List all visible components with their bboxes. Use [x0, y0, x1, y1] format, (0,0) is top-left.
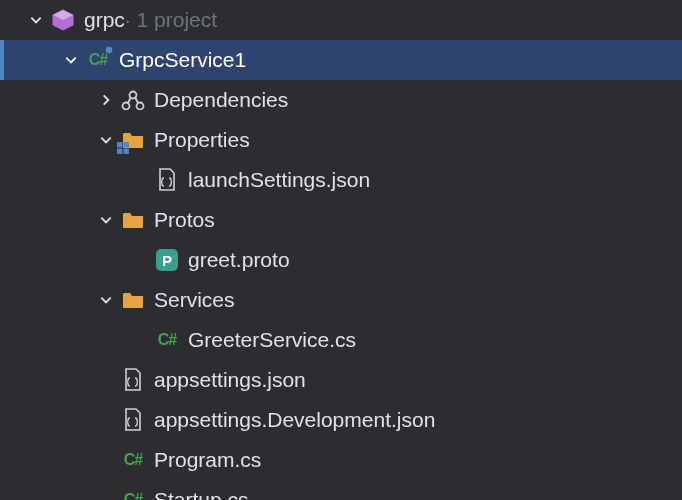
- json-file-icon: [154, 167, 180, 193]
- svg-point-2: [123, 103, 130, 110]
- svg-rect-7: [124, 142, 129, 147]
- chevron-down-icon[interactable]: [22, 6, 50, 34]
- dependencies-icon: [120, 87, 146, 113]
- csharp-file-icon: C#: [120, 487, 146, 500]
- greet-proto-row[interactable]: P greet.proto: [0, 240, 682, 280]
- solution-suffix: · 1 project: [125, 8, 217, 32]
- chevron-right-icon[interactable]: [92, 86, 120, 114]
- proto-file-icon: P: [154, 247, 180, 273]
- protos-row[interactable]: Protos: [0, 200, 682, 240]
- dependencies-label: Dependencies: [154, 88, 288, 112]
- solution-name: grpc: [84, 8, 125, 32]
- project-name: GrpcService1: [119, 48, 246, 72]
- startup-row[interactable]: C# Startup.cs: [0, 480, 682, 500]
- chevron-down-icon[interactable]: [92, 206, 120, 234]
- startup-label: Startup.cs: [154, 488, 249, 500]
- svg-rect-9: [124, 149, 129, 154]
- launch-settings-label: launchSettings.json: [188, 168, 370, 192]
- csharp-file-icon: C#: [120, 447, 146, 473]
- project-tree: grpc · 1 project C# GrpcService1: [0, 0, 682, 500]
- solution-row[interactable]: grpc · 1 project: [0, 0, 682, 40]
- greeter-service-label: GreeterService.cs: [188, 328, 356, 352]
- chevron-down-icon[interactable]: [92, 286, 120, 314]
- properties-row[interactable]: Properties: [0, 120, 682, 160]
- greet-proto-label: greet.proto: [188, 248, 290, 272]
- properties-folder-icon: [120, 127, 146, 153]
- greeter-service-row[interactable]: C# GreeterService.cs: [0, 320, 682, 360]
- appsettings-label: appsettings.json: [154, 368, 306, 392]
- launch-settings-row[interactable]: launchSettings.json: [0, 160, 682, 200]
- chevron-down-icon[interactable]: [92, 126, 120, 154]
- dependencies-row[interactable]: Dependencies: [0, 80, 682, 120]
- svg-point-3: [137, 103, 144, 110]
- program-row[interactable]: C# Program.cs: [0, 440, 682, 480]
- folder-icon: [120, 287, 146, 313]
- chevron-down-icon[interactable]: [57, 46, 85, 74]
- csharp-project-icon: C#: [85, 47, 111, 73]
- appsettings-dev-row[interactable]: appsettings.Development.json: [0, 400, 682, 440]
- properties-label: Properties: [154, 128, 250, 152]
- project-row[interactable]: C# GrpcService1: [0, 40, 682, 80]
- services-label: Services: [154, 288, 235, 312]
- program-label: Program.cs: [154, 448, 261, 472]
- protos-label: Protos: [154, 208, 215, 232]
- appsettings-row[interactable]: appsettings.json: [0, 360, 682, 400]
- solution-icon: [50, 7, 76, 33]
- services-row[interactable]: Services: [0, 280, 682, 320]
- svg-point-0: [105, 46, 113, 54]
- svg-rect-8: [117, 149, 122, 154]
- svg-rect-6: [117, 142, 122, 147]
- folder-icon: [120, 207, 146, 233]
- csharp-file-icon: C#: [154, 327, 180, 353]
- json-file-icon: [120, 367, 146, 393]
- svg-line-4: [128, 97, 131, 103]
- appsettings-dev-label: appsettings.Development.json: [154, 408, 435, 432]
- json-file-icon: [120, 407, 146, 433]
- svg-line-5: [135, 97, 138, 103]
